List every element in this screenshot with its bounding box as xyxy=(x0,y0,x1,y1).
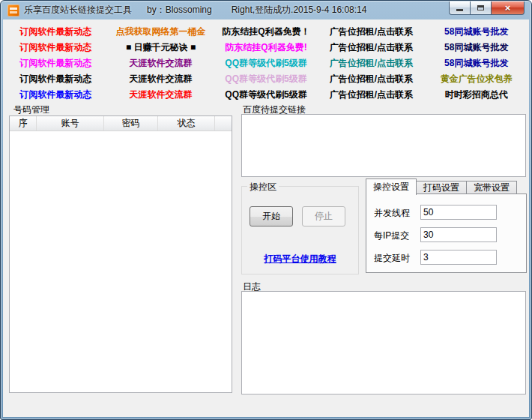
minimize-button[interactable] xyxy=(449,2,471,15)
threads-label: 并发线程 xyxy=(374,207,410,220)
ad-link[interactable]: 时时彩招商总代 xyxy=(445,88,508,101)
ad-link[interactable]: 点我获取网络第一桶金 xyxy=(116,26,206,38)
tab-broadband-settings[interactable]: 宽带设置 xyxy=(467,181,517,194)
ad-link[interactable]: 广告位招租/点击联系 xyxy=(330,57,413,70)
table-header: 序 账号 密码 状态 xyxy=(10,116,232,131)
ad-link[interactable]: QQ群等级代刷5级群 xyxy=(225,88,306,101)
ad-link[interactable]: QQ群等级代刷5级群 xyxy=(225,73,306,86)
control-group-label: 操控区 xyxy=(247,181,279,194)
submit-links-textarea[interactable] xyxy=(241,114,526,177)
log-textarea[interactable] xyxy=(241,291,526,394)
ad-link[interactable]: 广告位招租/点击联系 xyxy=(330,26,413,38)
ad-link[interactable]: 订阅软件最新动态 xyxy=(19,41,91,54)
window-author: by：Blossoming xyxy=(147,4,212,16)
ad-link[interactable]: 58同城账号批发 xyxy=(444,26,508,38)
ad-link[interactable]: 58同城账号批发 xyxy=(444,57,508,70)
field-row: 提交延时 xyxy=(366,250,526,265)
column-header-filler xyxy=(215,116,232,130)
ad-link[interactable]: 订阅软件最新动态 xyxy=(19,88,91,101)
login-status: Right,登陆成功.2015-9-4 16:08:14 xyxy=(232,4,367,16)
tab-captcha-settings[interactable]: 打码设置 xyxy=(417,181,467,194)
maximize-icon xyxy=(477,5,484,10)
ad-link[interactable]: 广告位招租/点击联系 xyxy=(330,73,413,86)
tab-control-settings[interactable]: 操控设置 xyxy=(366,178,417,195)
settings-panel: 并发线程 每IP提交 提交延时 xyxy=(366,194,527,273)
stop-button[interactable]: 停止 xyxy=(302,206,345,226)
settings-tabs: 操控设置 打码设置 宽带设置 xyxy=(366,178,517,194)
column-header-password[interactable]: 密码 xyxy=(104,116,158,130)
ad-links-grid: 订阅软件最新动态 点我获取网络第一桶金 防东结挂Q利器免费！ 广告位招租/点击联… xyxy=(3,24,529,103)
per-ip-label: 每IP提交 xyxy=(374,230,409,242)
number-manager-label: 号码管理 xyxy=(13,104,49,116)
control-group: 操控区 开始 停止 打码平台使用教程 xyxy=(241,186,359,274)
start-button[interactable]: 开始 xyxy=(250,206,293,226)
field-row: 并发线程 xyxy=(366,205,526,220)
window-title: 乐享百度站长链接提交工具 xyxy=(24,4,132,16)
ad-link[interactable]: 广告位招租/点击联系 xyxy=(330,88,413,101)
maximize-button[interactable] xyxy=(470,2,492,15)
caption-buttons: × xyxy=(450,2,525,15)
captcha-tutorial-link[interactable]: 打码平台使用教程 xyxy=(242,253,358,266)
close-icon: × xyxy=(505,2,511,14)
delay-label: 提交延时 xyxy=(374,252,410,265)
ad-link[interactable]: ■ 日赚千元秘诀 ■ xyxy=(126,41,196,54)
threads-input[interactable] xyxy=(420,205,497,220)
column-header-status[interactable]: 状态 xyxy=(158,116,215,130)
app-icon xyxy=(7,4,19,16)
column-header-seq[interactable]: 序 xyxy=(10,116,37,130)
ad-link[interactable]: 广告位招租/点击联系 xyxy=(330,41,413,54)
per-ip-input[interactable] xyxy=(420,227,497,242)
ad-link[interactable]: 订阅软件最新动态 xyxy=(19,26,91,38)
table-body[interactable] xyxy=(10,131,232,392)
number-manager-table: 序 账号 密码 状态 xyxy=(9,116,232,393)
ad-link[interactable]: 订阅软件最新动态 xyxy=(19,57,91,70)
ad-link[interactable]: 防东结挂Q利器免费！ xyxy=(222,26,309,38)
field-row: 每IP提交 xyxy=(366,227,526,242)
client-area: 订阅软件最新动态 点我获取网络第一桶金 防东结挂Q利器免费！ 广告位招租/点击联… xyxy=(3,20,529,417)
close-button[interactable]: × xyxy=(491,2,525,15)
app-window: 乐享百度站长链接提交工具 by：Blossoming Right,登陆成功.20… xyxy=(0,0,532,420)
ad-link[interactable]: 防东结挂Q利器免费! xyxy=(225,41,306,54)
ad-link[interactable]: 58同城账号批发 xyxy=(444,41,508,54)
ad-link[interactable]: QQ群等级代刷5级群 xyxy=(225,57,306,70)
column-header-account[interactable]: 账号 xyxy=(37,116,104,130)
delay-input[interactable] xyxy=(420,250,497,265)
ad-link[interactable]: 黄金广告位求包养 xyxy=(441,73,513,86)
ad-link[interactable]: 订阅软件最新动态 xyxy=(19,73,91,86)
ad-link[interactable]: 天涯软件交流群 xyxy=(130,73,193,86)
minimize-icon xyxy=(456,9,463,11)
ad-link[interactable]: 天涯软件交流群 xyxy=(130,57,193,70)
ad-link[interactable]: 天涯软件交流群 xyxy=(130,88,193,101)
